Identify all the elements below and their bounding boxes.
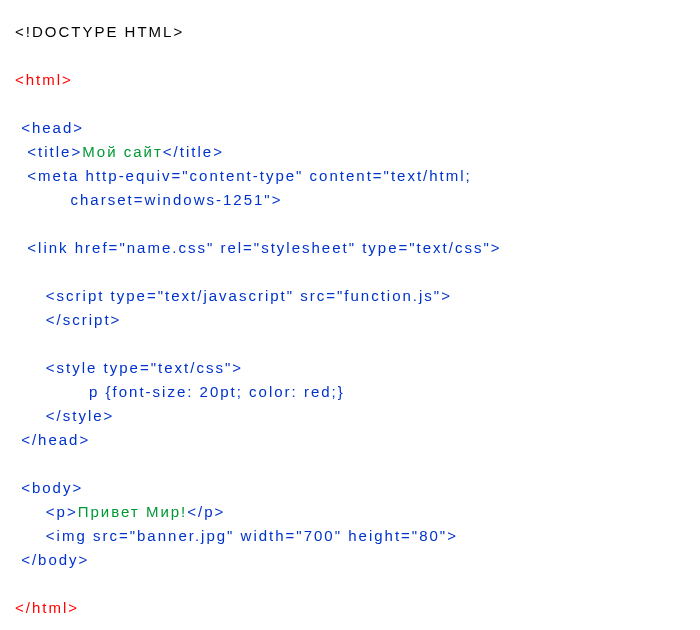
title-text: Мой сайт [82,143,163,160]
head-open: <head> [15,116,685,140]
html-open: <html> [15,68,685,92]
p-text: Привет Мир! [78,503,188,520]
p-line: <p>Привет Мир!</p> [15,500,685,524]
meta-line1: <meta http-equiv="content-type" content=… [15,164,685,188]
style-content: p {font-size: 20pt; color: red;} [15,380,685,404]
title-open: <title> [15,143,82,160]
p-close: </p> [187,503,225,520]
link-line: <link href="name.css" rel="stylesheet" t… [15,236,685,260]
title-close: </title> [163,143,224,160]
code-block: <!DOCTYPE HTML> <html> <head> <title>Мой… [15,20,685,620]
meta-line2: charset=windows-1251"> [15,188,685,212]
title-line: <title>Мой сайт</title> [15,140,685,164]
style-open: <style type="text/css"> [15,356,685,380]
script-open: <script type="text/javascript" src="func… [15,284,685,308]
body-open: <body> [15,476,685,500]
style-close: </style> [15,404,685,428]
doctype-line: <!DOCTYPE HTML> [15,20,685,44]
head-close: </head> [15,428,685,452]
img-line: <img src="banner.jpg" width="700" height… [15,524,685,548]
html-close: </html> [15,596,685,620]
p-open: <p> [15,503,78,520]
script-close: </script> [15,308,685,332]
body-close: </body> [15,548,685,572]
